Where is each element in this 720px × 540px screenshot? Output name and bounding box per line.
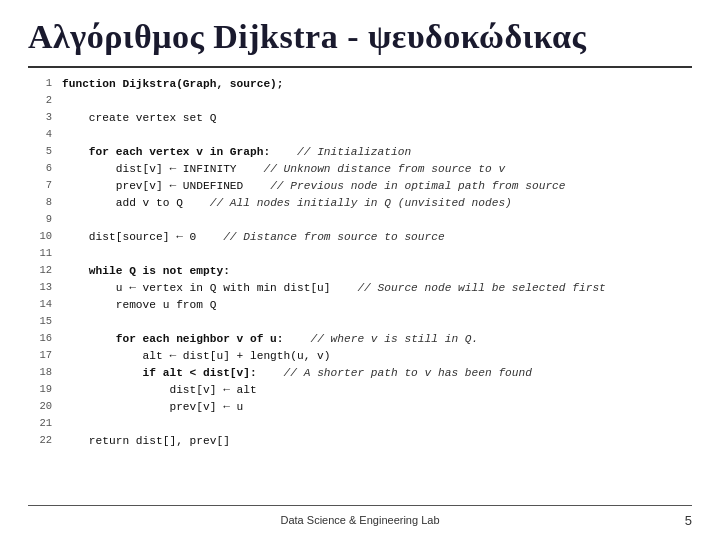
line-number: 15 xyxy=(28,314,52,330)
code-line: 15 xyxy=(28,314,692,331)
line-content: remove u from Q xyxy=(62,297,692,314)
code-line: 17 alt ← dist[u] + length(u, v) xyxy=(28,348,692,365)
code-line: 22 return dist[], prev[] xyxy=(28,433,692,450)
code-line: 3 create vertex set Q xyxy=(28,110,692,127)
line-number: 11 xyxy=(28,246,52,262)
line-content: add v to Q // All nodes initially in Q (… xyxy=(62,195,692,212)
code-line: 13 u ← vertex in Q with min dist[u] // S… xyxy=(28,280,692,297)
line-number: 8 xyxy=(28,195,52,211)
line-number: 13 xyxy=(28,280,52,296)
line-number: 12 xyxy=(28,263,52,279)
line-number: 18 xyxy=(28,365,52,381)
code-line: 7 prev[v] ← UNDEFINED // Previous node i… xyxy=(28,178,692,195)
line-content: for each neighbor v of u: // where v is … xyxy=(62,331,692,348)
line-number: 2 xyxy=(28,93,52,109)
line-content: return dist[], prev[] xyxy=(62,433,692,450)
line-comment: // Previous node in optimal path from so… xyxy=(270,180,565,192)
line-number: 16 xyxy=(28,331,52,347)
line-number: 9 xyxy=(28,212,52,228)
line-number: 7 xyxy=(28,178,52,194)
code-line: 2 xyxy=(28,93,692,110)
footer-divider xyxy=(28,505,692,506)
line-comment: // A shorter path to v has been found xyxy=(284,367,532,379)
line-content: if alt < dist[v]: // A shorter path to v… xyxy=(62,365,692,382)
line-number: 10 xyxy=(28,229,52,245)
line-number: 21 xyxy=(28,416,52,432)
line-content: dist[source] ← 0 // Distance from source… xyxy=(62,229,692,246)
line-number: 22 xyxy=(28,433,52,449)
code-line: 14 remove u from Q xyxy=(28,297,692,314)
line-comment: // Unknown distance from source to v xyxy=(263,163,505,175)
line-content: dist[v] ← INFINITY // Unknown distance f… xyxy=(62,161,692,178)
line-comment: // where v is still in Q. xyxy=(310,333,478,345)
footer-page-number: 5 xyxy=(685,513,692,528)
line-content: for each vertex v in Graph: // Initializ… xyxy=(62,144,692,161)
line-comment: // Source node will be selected first xyxy=(357,282,605,294)
line-content xyxy=(62,416,692,433)
line-content: function Dijkstra(Graph, source); xyxy=(62,76,692,93)
code-line: 19 dist[v] ← alt xyxy=(28,382,692,399)
code-line: 1function Dijkstra(Graph, source); xyxy=(28,76,692,93)
line-number: 4 xyxy=(28,127,52,143)
code-block: 1function Dijkstra(Graph, source);2 3 cr… xyxy=(28,76,692,450)
code-line: 12 while Q is not empty: xyxy=(28,263,692,280)
code-line: 21 xyxy=(28,416,692,433)
slide-title: Αλγόριθμος Dijkstra - ψευδοκώδικας xyxy=(28,18,692,56)
line-content: while Q is not empty: xyxy=(62,263,692,280)
line-number: 14 xyxy=(28,297,52,313)
footer-lab-text: Data Science & Engineering Lab xyxy=(0,514,720,526)
line-number: 20 xyxy=(28,399,52,415)
line-number: 1 xyxy=(28,76,52,92)
line-content xyxy=(62,212,692,229)
line-number: 3 xyxy=(28,110,52,126)
line-content: dist[v] ← alt xyxy=(62,382,692,399)
code-line: 9 xyxy=(28,212,692,229)
line-content: prev[v] ← UNDEFINED // Previous node in … xyxy=(62,178,692,195)
line-content: u ← vertex in Q with min dist[u] // Sour… xyxy=(62,280,692,297)
code-line: 8 add v to Q // All nodes initially in Q… xyxy=(28,195,692,212)
line-number: 6 xyxy=(28,161,52,177)
code-line: 18 if alt < dist[v]: // A shorter path t… xyxy=(28,365,692,382)
code-line: 10 dist[source] ← 0 // Distance from sou… xyxy=(28,229,692,246)
line-content xyxy=(62,246,692,263)
line-content xyxy=(62,314,692,331)
line-comment: // Initialization xyxy=(297,146,411,158)
line-number: 17 xyxy=(28,348,52,364)
line-comment: // All nodes initially in Q (unvisited n… xyxy=(210,197,512,209)
slide: Αλγόριθμος Dijkstra - ψευδοκώδικας 1func… xyxy=(0,0,720,540)
line-number: 19 xyxy=(28,382,52,398)
line-content: create vertex set Q xyxy=(62,110,692,127)
line-content: prev[v] ← u xyxy=(62,399,692,416)
code-line: 11 xyxy=(28,246,692,263)
code-line: 16 for each neighbor v of u: // where v … xyxy=(28,331,692,348)
line-number: 5 xyxy=(28,144,52,160)
footer: Data Science & Engineering Lab 5 xyxy=(0,514,720,526)
line-content: alt ← dist[u] + length(u, v) xyxy=(62,348,692,365)
title-divider xyxy=(28,66,692,68)
code-line: 20 prev[v] ← u xyxy=(28,399,692,416)
line-content xyxy=(62,127,692,144)
line-content xyxy=(62,93,692,110)
code-line: 5 for each vertex v in Graph: // Initial… xyxy=(28,144,692,161)
code-line: 6 dist[v] ← INFINITY // Unknown distance… xyxy=(28,161,692,178)
line-comment: // Distance from source to source xyxy=(223,231,445,243)
code-line: 4 xyxy=(28,127,692,144)
